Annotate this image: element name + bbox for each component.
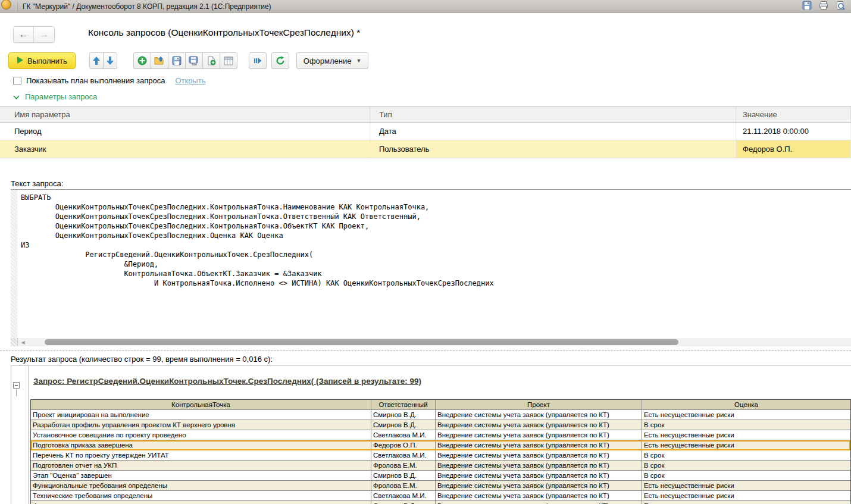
result-cell[interactable]: Фролова Е.М. <box>371 481 436 491</box>
refresh-button[interactable] <box>271 52 289 69</box>
result-cell[interactable]: В срок <box>642 450 850 461</box>
app-logo-icon <box>1 0 11 10</box>
result-row[interactable]: Разработан профиль управления проектом К… <box>31 420 850 430</box>
result-cell[interactable]: Внедрение системы учета заявок (управляе… <box>436 461 642 471</box>
param-cell[interactable]: Дата <box>370 123 736 140</box>
result-cell[interactable]: В срок <box>642 471 850 481</box>
result-row[interactable]: Проект инициирован на выполнениеСмирнов … <box>31 410 850 420</box>
result-row[interactable]: Функциональная архитектура определенаСми… <box>31 501 850 504</box>
result-cell[interactable]: Есть несущественные риски <box>642 501 850 504</box>
result-cell[interactable]: Подготовлен отчет на УКП <box>31 461 371 471</box>
result-col-header[interactable]: КонтрольнаяТочка <box>31 400 371 410</box>
result-cell[interactable]: Фролова Е.М. <box>371 461 436 471</box>
result-cell[interactable]: Федоров О.П. <box>371 440 436 450</box>
param-row[interactable]: ЗаказчикПользовательФедоров О.П. <box>0 140 851 158</box>
result-cell[interactable]: Внедрение системы учета заявок (управляе… <box>436 430 642 440</box>
result-cell[interactable]: Смирнов В.Д. <box>371 501 436 504</box>
back-button[interactable]: ← <box>14 27 34 42</box>
file-group: бок <box>133 52 237 69</box>
result-cell[interactable]: Смирнов В.Д. <box>371 420 436 430</box>
params-col-value[interactable]: Значение <box>736 107 851 122</box>
collapse-icon[interactable] <box>13 382 20 389</box>
result-cell[interactable]: Этап "Оценка" завершен <box>31 471 371 481</box>
result-cell[interactable]: Есть несущественные риски <box>642 440 850 450</box>
forward-button[interactable]: → <box>34 27 54 42</box>
result-cell[interactable]: Подготовка приказа завершена <box>31 440 371 450</box>
query-text-area[interactable]: ВЫБРАТЬ ОценкиКонтрольныхТочекСрезПослед… <box>11 189 851 338</box>
result-cell[interactable]: Внедрение системы учета заявок (управляе… <box>436 410 642 420</box>
result-cell[interactable]: Светлакова М.И. <box>371 430 436 440</box>
result-cell[interactable]: Внедрение системы учета заявок (управляе… <box>436 471 642 481</box>
param-cell[interactable]: Период <box>0 123 370 140</box>
svg-text:бок: бок <box>192 62 197 66</box>
open-link[interactable]: Открыть <box>175 76 205 85</box>
params-table-body: ПериодДата21.11.2018 0:00:00ЗаказчикПоль… <box>0 123 851 158</box>
result-cell[interactable]: Светлакова М.И. <box>371 491 436 501</box>
result-row[interactable]: Функциональные требования определеныФрол… <box>31 481 850 491</box>
result-cell[interactable]: Внедрение системы учета заявок (управляе… <box>436 501 642 504</box>
result-cell[interactable]: Есть несущественные риски <box>642 410 850 420</box>
params-col-type[interactable]: Тип <box>370 107 736 122</box>
scroll-left-arrow[interactable]: ◀ <box>18 338 28 346</box>
result-row[interactable]: Этап "Оценка" завершенСмирнов В.Д.Внедре… <box>31 471 850 481</box>
splitter[interactable] <box>0 350 851 351</box>
new-document-button[interactable] <box>202 52 220 69</box>
param-cell[interactable]: Федоров О.П. <box>736 140 851 158</box>
result-cell[interactable]: Внедрение системы учета заявок (управляе… <box>436 481 642 491</box>
result-cell[interactable]: Разработан профиль управления проектом К… <box>31 420 371 430</box>
param-row[interactable]: ПериодДата21.11.2018 0:00:00 <box>0 123 851 140</box>
save-button[interactable] <box>168 52 186 69</box>
query-horizontal-scrollbar[interactable]: ◀ <box>11 338 851 346</box>
result-cell[interactable]: Внедрение системы учета заявок (управляе… <box>436 440 642 450</box>
run-button[interactable]: Выполнить <box>8 52 76 69</box>
step-button[interactable] <box>249 52 267 69</box>
result-cell[interactable]: Внедрение системы учета заявок (управляе… <box>436 450 642 461</box>
print-icon[interactable] <box>819 1 828 12</box>
show-plan-checkbox[interactable] <box>13 77 21 85</box>
result-row[interactable]: Технические требования определеныСветлак… <box>31 491 850 501</box>
result-cell[interactable]: В срок <box>642 420 850 430</box>
result-cell[interactable]: Проект инициирован на выполнение <box>31 410 371 420</box>
result-cell[interactable]: Есть несущественные риски <box>642 430 850 440</box>
params-section-header[interactable]: Параметры запроса <box>13 92 97 101</box>
param-cell[interactable]: Пользователь <box>370 140 736 158</box>
query-text[interactable]: ВЫБРАТЬ ОценкиКонтрольныхТочекСрезПослед… <box>21 193 494 288</box>
result-row[interactable]: Установочное совещание по проекту провед… <box>31 430 850 440</box>
param-cell[interactable]: 21.11.2018 0:00:00 <box>736 123 851 140</box>
result-query-header[interactable]: Запрос: РегистрСведений.ОценкиКонтрольны… <box>33 377 421 386</box>
result-cell[interactable]: Функциональная архитектура определена <box>31 501 371 504</box>
result-cell[interactable]: Есть несущественные риски <box>642 481 850 491</box>
result-row[interactable]: Перечень КТ по проекту утвержден УИТАТСв… <box>31 450 850 461</box>
format-button[interactable]: Оформление ▼ <box>296 52 369 69</box>
save-as-button[interactable]: бок <box>185 52 203 69</box>
result-row[interactable]: Подготовка приказа завершенаФедоров О.П.… <box>31 440 850 450</box>
titlebar: ГК "Меркурий" / Документооборот 8 КОРП, … <box>0 0 851 13</box>
result-cell[interactable]: Технические требования определены <box>31 491 371 501</box>
result-cell[interactable]: Установочное совещание по проекту провед… <box>31 430 371 440</box>
result-col-header[interactable]: Ответственный <box>371 400 436 410</box>
result-cell[interactable]: Смирнов В.Д. <box>371 410 436 420</box>
result-cell[interactable]: В срок <box>642 461 850 471</box>
add-button[interactable] <box>133 52 151 69</box>
scrollbar-thumb[interactable] <box>45 339 678 345</box>
param-cell[interactable]: Заказчик <box>0 140 370 158</box>
move-up-button[interactable] <box>89 52 104 69</box>
result-cell[interactable]: Смирнов В.Д. <box>371 471 436 481</box>
preview-icon[interactable] <box>836 1 845 12</box>
params-col-name[interactable]: Имя параметра <box>0 107 370 122</box>
result-cell[interactable]: Функциональные требования определены <box>31 481 371 491</box>
result-col-header[interactable]: Проект <box>436 400 642 410</box>
result-cell[interactable]: Внедрение системы учета заявок (управляе… <box>436 420 642 430</box>
move-down-button[interactable] <box>103 52 117 69</box>
result-cell[interactable]: Светлакова М.И. <box>371 450 436 461</box>
result-cell[interactable]: Внедрение системы учета заявок (управляе… <box>436 491 642 501</box>
save-icon[interactable] <box>802 1 812 12</box>
result-row[interactable]: Подготовлен отчет на УКПФролова Е.М.Внед… <box>31 461 850 471</box>
plan-option-row: Показывать план выполнения запроса Откры… <box>13 76 205 85</box>
result-cell[interactable]: Перечень КТ по проекту утвержден УИТАТ <box>31 450 371 461</box>
table-button[interactable] <box>220 52 237 69</box>
open-button[interactable] <box>151 52 168 69</box>
result-table: КонтрольнаяТочкаОтветственныйПроектОценк… <box>30 399 851 504</box>
result-cell[interactable]: Есть несущественные риски <box>642 491 850 501</box>
result-col-header[interactable]: Оценка <box>642 400 850 410</box>
